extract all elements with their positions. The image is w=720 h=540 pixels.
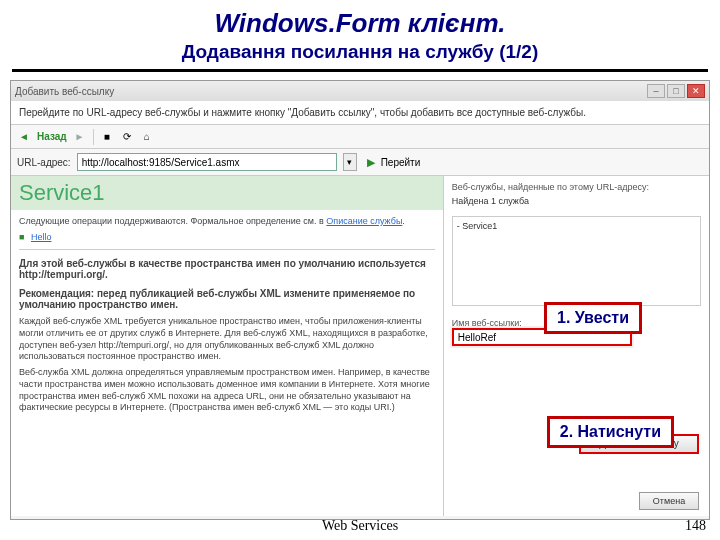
services-found-count: Найдена 1 служба xyxy=(452,196,701,206)
services-list[interactable]: - Service1 xyxy=(452,216,701,306)
ops-text-span: Следующие операции поддерживаются. Форма… xyxy=(19,216,324,226)
window-controls: – □ ✕ xyxy=(647,84,705,98)
service-preview-pane: Service1 Следующие операции поддерживают… xyxy=(11,176,444,516)
service-title: Service1 xyxy=(11,176,443,210)
slide-title: Windows.Form клієнт. xyxy=(0,8,720,39)
back-button[interactable]: Назад xyxy=(37,131,67,142)
forward-arrow-icon: ► xyxy=(73,130,87,144)
service-description-link[interactable]: Описание службы xyxy=(326,216,402,226)
dialog-body: Service1 Следующие операции поддерживают… xyxy=(11,176,709,516)
title-underline xyxy=(12,69,708,72)
url-label: URL-адрес: xyxy=(17,157,71,168)
services-found-header: Веб-службы, найденные по этому URL-адрес… xyxy=(452,182,701,192)
divider xyxy=(19,249,435,250)
dialog-titlebar: Добавить веб-ссылку – □ ✕ xyxy=(11,81,709,101)
namespace-para-1: Каждой веб-службе XML требуется уникальн… xyxy=(19,316,435,363)
hello-operation-link[interactable]: Hello xyxy=(31,232,52,242)
namespace-para-2: Веб-служба XML должна определяться управ… xyxy=(19,367,435,414)
go-arrow-icon[interactable]: ▶ xyxy=(367,156,375,169)
namespace-recommendation: Рекомендация: перед публикацией веб-служ… xyxy=(19,288,435,310)
dialog-title: Добавить веб-ссылку xyxy=(15,86,114,97)
url-row: URL-адрес: ▾ ▶ Перейти xyxy=(11,149,709,176)
maximize-button[interactable]: □ xyxy=(667,84,685,98)
operation-item: ■ Hello xyxy=(19,232,435,244)
operations-text: Следующие операции поддерживаются. Форма… xyxy=(19,216,435,228)
services-found-pane: Веб-службы, найденные по этому URL-адрес… xyxy=(444,176,709,516)
close-button[interactable]: ✕ xyxy=(687,84,705,98)
back-arrow-icon[interactable]: ◄ xyxy=(17,130,31,144)
go-button[interactable]: Перейти xyxy=(381,157,421,168)
instruction-text: Перейдите по URL-адресу веб-службы и наж… xyxy=(11,101,709,125)
add-web-reference-dialog: Добавить веб-ссылку – □ ✕ Перейдите по U… xyxy=(10,80,710,520)
callout-step-1: 1. Увести xyxy=(544,302,642,334)
reference-name-label: Имя веб-ссылки: xyxy=(452,318,522,328)
refresh-icon[interactable]: ⟳ xyxy=(120,130,134,144)
cancel-button[interactable]: Отмена xyxy=(639,492,699,510)
callout-step-2: 2. Натиснути xyxy=(547,416,674,448)
footer-label: Web Services xyxy=(322,518,398,534)
namespace-default-note: Для этой веб-службы в качестве пространс… xyxy=(19,258,435,280)
browser-toolbar: ◄ Назад ► ■ ⟳ ⌂ xyxy=(11,125,709,149)
url-dropdown-icon[interactable]: ▾ xyxy=(343,153,357,171)
url-input[interactable] xyxy=(77,153,337,171)
footer-page-number: 148 xyxy=(685,518,706,534)
minimize-button[interactable]: – xyxy=(647,84,665,98)
bullet-icon: ■ xyxy=(19,232,24,242)
toolbar-separator xyxy=(93,129,94,145)
home-icon[interactable]: ⌂ xyxy=(140,130,154,144)
list-item[interactable]: - Service1 xyxy=(457,221,696,231)
slide-subtitle: Додавання посилання на службу (1/2) xyxy=(0,41,720,63)
stop-icon[interactable]: ■ xyxy=(100,130,114,144)
